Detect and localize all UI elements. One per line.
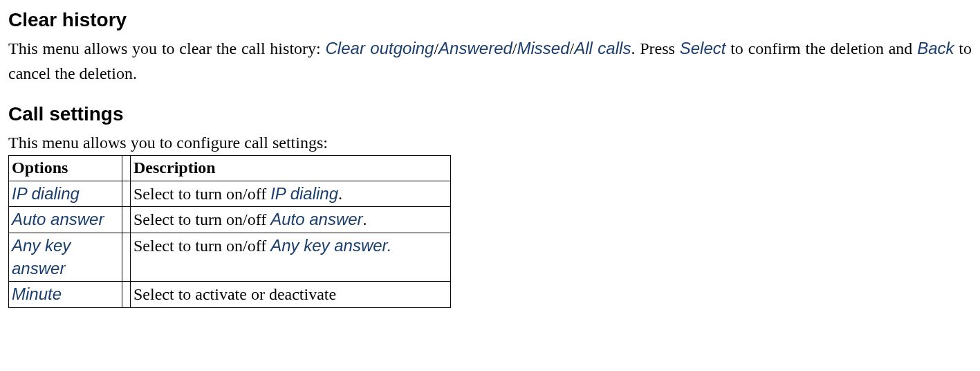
text-fragment: . bbox=[387, 236, 392, 255]
text-fragment: to confirm the deletion and bbox=[725, 39, 917, 57]
option-cell: Minute bbox=[9, 281, 122, 307]
separator: / bbox=[512, 39, 517, 57]
text-fragment: . bbox=[363, 210, 367, 228]
clear-history-heading: Clear history bbox=[8, 6, 972, 35]
option-cell: Auto answer bbox=[9, 207, 122, 233]
header-gap bbox=[122, 156, 131, 181]
table-header-row: Options Description bbox=[9, 156, 451, 181]
emphasis: Auto answer bbox=[270, 210, 362, 228]
table-row: Any key answer Select to turn on/off Any… bbox=[9, 233, 451, 281]
text-fragment: . Press bbox=[631, 39, 679, 57]
header-description: Description bbox=[131, 156, 451, 181]
option-all-calls: All calls bbox=[574, 39, 631, 57]
text-fragment: Select to turn on/off bbox=[133, 237, 270, 255]
table-row: Auto answer Select to turn on/off Auto a… bbox=[9, 207, 451, 233]
description-cell: Select to turn on/off Auto answer. bbox=[131, 207, 451, 233]
option-cell: Any key answer bbox=[9, 233, 122, 281]
option-cell: IP dialing bbox=[9, 181, 122, 207]
text-fragment: This menu allows you to clear the call h… bbox=[8, 39, 326, 57]
option-missed: Missed bbox=[517, 39, 570, 57]
emphasis: Any key answer bbox=[270, 236, 387, 255]
gap-cell bbox=[122, 233, 131, 281]
softkey-back: Back bbox=[917, 39, 954, 57]
gap-cell bbox=[122, 207, 131, 233]
call-settings-heading: Call settings bbox=[8, 100, 972, 129]
emphasis: IP dialing bbox=[270, 184, 338, 203]
table-row: Minute Select to activate or deactivate bbox=[9, 281, 451, 307]
text-fragment: Select to turn on/off bbox=[133, 210, 270, 228]
option-clear-outgoing: Clear outgoing bbox=[326, 39, 434, 57]
header-options: Options bbox=[9, 156, 122, 181]
description-cell: Select to turn on/off IP dialing. bbox=[131, 181, 451, 207]
call-settings-table: Options Description IP dialing Select to… bbox=[8, 155, 451, 308]
gap-cell bbox=[122, 281, 131, 307]
description-cell: Select to turn on/off Any key answer. bbox=[131, 233, 451, 281]
option-answered: Answered bbox=[438, 39, 512, 57]
text-fragment: Select to activate or deactivate bbox=[133, 285, 336, 303]
description-cell: Select to activate or deactivate bbox=[131, 281, 451, 307]
gap-cell bbox=[122, 181, 131, 207]
softkey-select: Select bbox=[680, 39, 726, 57]
clear-history-paragraph: This menu allows you to clear the call h… bbox=[8, 36, 972, 86]
call-settings-intro: This menu allows you to configure call s… bbox=[8, 130, 972, 155]
table-row: IP dialing Select to turn on/off IP dial… bbox=[9, 181, 451, 207]
text-fragment: . bbox=[338, 185, 342, 203]
text-fragment: Select to turn on/off bbox=[133, 185, 270, 203]
